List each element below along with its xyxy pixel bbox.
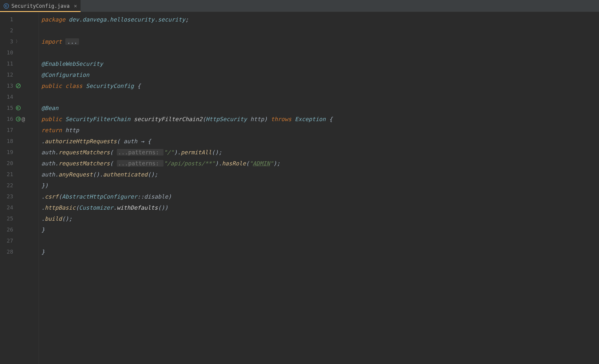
parameter-hint: ...patterns:	[117, 160, 164, 167]
line-number: 13	[0, 83, 13, 89]
tabs-bar: C SecurityConfig.java ×	[0, 0, 599, 12]
line-number: 21	[0, 171, 13, 177]
parameter-hint: ...patterns:	[117, 149, 164, 156]
line-number: 20	[0, 160, 13, 166]
tab-label: SecurityConfig.java	[11, 3, 69, 9]
code-line: .csrf(AbstractHttpConfigurer::disable)	[41, 191, 599, 202]
line-number: 2	[0, 27, 13, 33]
line-number: 15	[0, 105, 13, 111]
code-line: package dev.danvega.hellosecurity.securi…	[41, 14, 599, 25]
code-line	[41, 235, 599, 246]
line-number: 10	[0, 49, 13, 56]
code-line: public class SecurityConfig {	[41, 80, 599, 91]
line-number: 3	[0, 38, 13, 45]
code-line	[41, 47, 599, 58]
code-line: .authorizeHttpRequests( auth → {	[41, 135, 599, 147]
code-line	[41, 91, 599, 102]
line-number: 24	[0, 204, 13, 211]
code-line: import ...	[41, 36, 599, 47]
code-line: return http	[41, 124, 599, 135]
code-line	[41, 25, 599, 36]
line-number: 23	[0, 193, 13, 199]
code-area[interactable]: package dev.danvega.hellosecurity.securi…	[39, 12, 599, 364]
code-line: @Bean	[41, 102, 599, 113]
code-line: auth.requestMatchers( ...patterns: "/api…	[41, 158, 599, 169]
gutter[interactable]: 1 2 3〉 10 11 12 13 14 15 16 @ 17 18 19 2…	[0, 12, 39, 364]
code-line: auth.requestMatchers( ...patterns: "/").…	[41, 147, 599, 158]
svg-line-3	[17, 84, 20, 87]
code-line: .build();	[41, 213, 599, 224]
line-number: 22	[0, 182, 13, 188]
code-line: }	[41, 224, 599, 235]
line-number: 18	[0, 138, 13, 144]
code-line: auth.anyRequest().authenticated();	[41, 169, 599, 180]
code-line: })	[41, 180, 599, 191]
line-number: 25	[0, 215, 13, 222]
line-number: 19	[0, 149, 13, 155]
tab-security-config[interactable]: C SecurityConfig.java ×	[0, 0, 81, 12]
svg-text:C: C	[5, 4, 7, 8]
line-number: 27	[0, 237, 13, 244]
line-number: 14	[0, 94, 13, 100]
code-line: .httpBasic(Customizer.withDefaults())	[41, 202, 599, 213]
code-line: @Configuration	[41, 69, 599, 80]
code-line: }	[41, 246, 599, 257]
line-number: 16	[0, 116, 13, 122]
code-line: public SecurityFilterChain securityFilte…	[41, 113, 599, 124]
close-icon[interactable]: ×	[74, 3, 77, 9]
code-line: @EnableWebSecurity	[41, 58, 599, 69]
line-number: 1	[0, 16, 13, 22]
line-number: 28	[0, 249, 13, 255]
folded-imports[interactable]: ...	[65, 38, 79, 45]
line-number: 11	[0, 60, 13, 67]
line-number: 12	[0, 71, 13, 78]
line-number: 17	[0, 127, 13, 133]
bean-icon: @	[22, 116, 25, 122]
editor: 1 2 3〉 10 11 12 13 14 15 16 @ 17 18 19 2…	[0, 12, 599, 364]
class-icon: C	[4, 3, 9, 9]
fold-icon[interactable]: 〉	[16, 39, 20, 44]
override-icon	[16, 116, 21, 122]
recursion-icon	[16, 105, 21, 111]
no-entry-icon	[16, 83, 21, 89]
line-number: 26	[0, 226, 13, 233]
